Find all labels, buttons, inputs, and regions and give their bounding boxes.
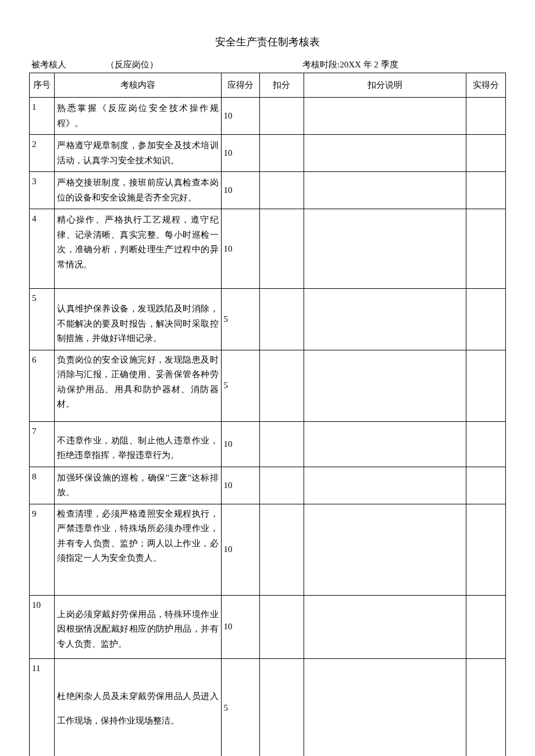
- cell-deduct: [259, 209, 304, 289]
- cell-deduct: [259, 172, 304, 209]
- table-row: 2 严格遵守规章制度，参加安全及技术培训活动，认真学习安全技术知识。 10: [30, 135, 506, 172]
- cell-content: 检查清理，必须严格遵照安全规程执行，严禁违章作业，特殊场所必须办理作业，并有专人…: [55, 504, 222, 595]
- header-reason: 扣分说明: [304, 73, 466, 98]
- cell-seq: 4: [30, 209, 55, 289]
- post-label: （反应岗位）: [106, 60, 158, 69]
- cell-actual: [466, 467, 506, 504]
- cell-reason: [304, 421, 466, 467]
- cell-reason: [304, 98, 466, 135]
- cell-deduct: [259, 504, 304, 595]
- cell-score: 5: [221, 350, 259, 421]
- cell-content: 负责岗位的安全设施完好，发现隐患及时消除与汇报，正确使用、妥善保管各种劳动保护用…: [55, 350, 222, 421]
- cell-reason: [304, 209, 466, 289]
- table-header-row: 序号 考核内容 应得分 扣分 扣分说明 实得分: [30, 73, 506, 98]
- table-row: 4 精心操作、严格执行工艺规程，遵守纪律、记录清晰、真实完整。每小时巡检一次，准…: [30, 209, 506, 289]
- cell-deduct: [259, 659, 304, 757]
- cell-reason: [304, 595, 466, 659]
- header-content: 考核内容: [55, 73, 222, 98]
- cell-actual: [466, 659, 506, 757]
- table-row: 1 熟悉掌握《反应岗位安全技术操作规程》。 10: [30, 98, 506, 135]
- cell-seq: 2: [30, 135, 55, 172]
- cell-content: 不违章作业，劝阻、制止他人违章作业，拒绝违章指挥，举报违章行为。: [55, 421, 222, 467]
- cell-score: 5: [221, 289, 259, 350]
- table-row: 10 上岗必须穿戴好劳保用品，特殊环境作业因根据情况配戴好相应的防护用品，并有专…: [30, 595, 506, 659]
- header-deduct: 扣分: [259, 73, 304, 98]
- cell-seq: 11: [30, 659, 55, 757]
- header-seq: 序号: [30, 73, 55, 98]
- cell-score: 10: [221, 172, 259, 209]
- cell-score: 10: [221, 504, 259, 595]
- cell-actual: [466, 504, 506, 595]
- cell-deduct: [259, 595, 304, 659]
- cell-seq: 3: [30, 172, 55, 209]
- cell-reason: [304, 289, 466, 350]
- cell-reason: [304, 659, 466, 757]
- period-value: 20XX 年 2 季度: [340, 60, 398, 69]
- cell-actual: [466, 595, 506, 659]
- table-row: 3 严格交接班制度，接班前应认真检查本岗位的设备和安全设施是否齐全完好。 10: [30, 172, 506, 209]
- info-bar: 被考核人 （反应岗位） 考核时段:20XX 年 2 季度: [29, 59, 506, 70]
- assessee-label: 被考核人: [31, 60, 66, 69]
- table-row: 5 认真维护保养设备，发现跌陷及时消除，不能解决的要及时报告，解决同时采取控制措…: [30, 289, 506, 350]
- period-label: 考核时段:: [302, 60, 340, 69]
- cell-actual: [466, 350, 506, 421]
- cell-seq: 7: [30, 421, 55, 467]
- cell-score: 10: [221, 467, 259, 504]
- cell-score: 10: [221, 421, 259, 467]
- cell-content: 严格交接班制度，接班前应认真检查本岗位的设备和安全设施是否齐全完好。: [55, 172, 222, 209]
- cell-content: 上岗必须穿戴好劳保用品，特殊环境作业因根据情况配戴好相应的防护用品，并有专人负责…: [55, 595, 222, 659]
- cell-actual: [466, 289, 506, 350]
- table-row: 9 检查清理，必须严格遵照安全规程执行，严禁违章作业，特殊场所必须办理作业，并有…: [30, 504, 506, 595]
- page-title: 安全生产责任制考核表: [29, 35, 506, 49]
- cell-deduct: [259, 467, 304, 504]
- cell-reason: [304, 172, 466, 209]
- cell-seq: 6: [30, 350, 55, 421]
- cell-seq: 1: [30, 98, 55, 135]
- cell-content: 严格遵守规章制度，参加安全及技术培训活动，认真学习安全技术知识。: [55, 135, 222, 172]
- table-row: 8 加强环保设施的巡检，确保"三废"达标排放。 10: [30, 467, 506, 504]
- cell-deduct: [259, 98, 304, 135]
- cell-score: 10: [221, 135, 259, 172]
- cell-content: 熟悉掌握《反应岗位安全技术操作规程》。: [55, 98, 222, 135]
- cell-seq: 8: [30, 467, 55, 504]
- cell-score: 10: [221, 98, 259, 135]
- cell-deduct: [259, 135, 304, 172]
- info-left: 被考核人 （反应岗位）: [31, 59, 233, 70]
- cell-deduct: [259, 289, 304, 350]
- cell-content: 加强环保设施的巡检，确保"三废"达标排放。: [55, 467, 222, 504]
- cell-actual: [466, 209, 506, 289]
- cell-actual: [466, 135, 506, 172]
- info-right: 考核时段:20XX 年 2 季度: [233, 59, 504, 70]
- cell-actual: [466, 421, 506, 467]
- cell-reason: [304, 135, 466, 172]
- cell-reason: [304, 504, 466, 595]
- cell-score: 5: [221, 659, 259, 757]
- table-row: 11 杜绝闲杂人员及未穿戴劳保用品人员进入工作现场，保持作业现场整洁。 5: [30, 659, 506, 757]
- header-actual: 实得分: [466, 73, 506, 98]
- cell-score: 10: [221, 209, 259, 289]
- cell-score: 10: [221, 595, 259, 659]
- cell-seq: 5: [30, 289, 55, 350]
- cell-deduct: [259, 350, 304, 421]
- cell-reason: [304, 467, 466, 504]
- cell-content: 杜绝闲杂人员及未穿戴劳保用品人员进入工作现场，保持作业现场整洁。: [55, 659, 222, 757]
- table-row: 6 负责岗位的安全设施完好，发现隐患及时消除与汇报，正确使用、妥善保管各种劳动保…: [30, 350, 506, 421]
- cell-seq: 9: [30, 504, 55, 595]
- cell-actual: [466, 98, 506, 135]
- cell-content: 精心操作、严格执行工艺规程，遵守纪律、记录清晰、真实完整。每小时巡检一次，准确分…: [55, 209, 222, 289]
- assessment-table: 序号 考核内容 应得分 扣分 扣分说明 实得分 1 熟悉掌握《反应岗位安全技术操…: [29, 73, 506, 756]
- cell-reason: [304, 350, 466, 421]
- table-row: 7 不违章作业，劝阻、制止他人违章作业，拒绝违章指挥，举报违章行为。 10: [30, 421, 506, 467]
- cell-actual: [466, 172, 506, 209]
- header-score: 应得分: [221, 73, 259, 98]
- cell-seq: 10: [30, 595, 55, 659]
- cell-deduct: [259, 421, 304, 467]
- cell-content: 认真维护保养设备，发现跌陷及时消除，不能解决的要及时报告，解决同时采取控制措施，…: [55, 289, 222, 350]
